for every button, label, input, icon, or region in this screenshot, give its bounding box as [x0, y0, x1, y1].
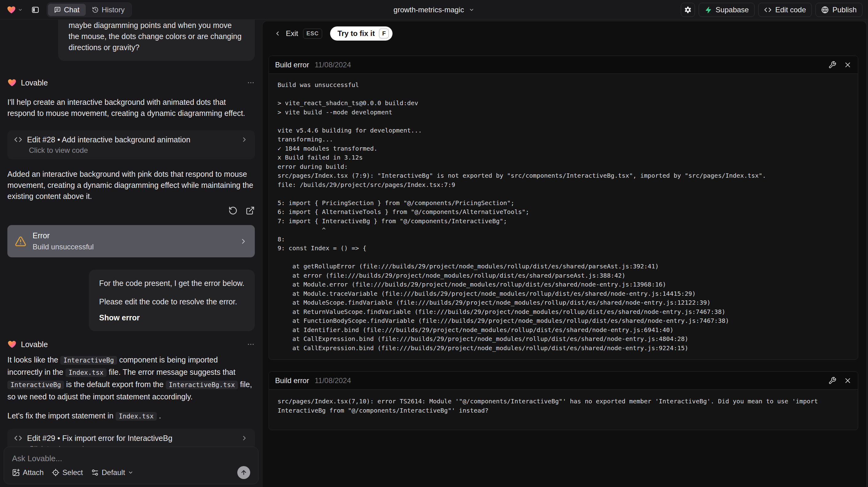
select-icon: [52, 468, 60, 477]
select-button[interactable]: Select: [52, 468, 83, 477]
attach-label: Attach: [23, 468, 44, 477]
settings-button[interactable]: [681, 3, 695, 17]
supabase-button[interactable]: Supabase: [699, 3, 754, 17]
inline-code: InteractiveBg: [60, 356, 117, 365]
assistant-paragraph: Let's fix the import statement in Index.…: [7, 410, 255, 422]
assistant-message-header: Lovable: [7, 340, 255, 349]
wrench-icon: [828, 377, 836, 385]
code-icon: [14, 135, 22, 144]
code-icon: [764, 6, 772, 13]
model-selector[interactable]: Default: [91, 468, 133, 477]
esc-key-badge: ESC: [303, 29, 322, 39]
user-message-text: Please edit the code to resolve the erro…: [99, 296, 245, 307]
chevron-left-icon: [274, 30, 281, 37]
assistant-message-header: Lovable: [7, 78, 255, 87]
code-icon: [14, 434, 22, 442]
build-error-card[interactable]: Error Build unsuccessful: [7, 225, 255, 257]
user-message-text: For the code present, I get the error be…: [99, 278, 245, 289]
project-name: growth-metrics-magic: [394, 5, 464, 14]
more-options-button[interactable]: [247, 340, 255, 348]
warning-icon: [15, 236, 26, 247]
edit-card-29[interactable]: Edit #29 • Fix import error for Interact…: [7, 429, 255, 447]
overlay-header: Exit ESC Try to fix it F: [262, 21, 866, 40]
wrench-icon: [828, 61, 836, 69]
lovable-avatar-icon: [7, 78, 17, 87]
chevron-right-icon: [241, 136, 248, 143]
fix-with-ai-button[interactable]: [828, 377, 836, 385]
exit-button[interactable]: Exit ESC: [274, 29, 322, 39]
error-overlay: Exit ESC Try to fix it F Build error 11/…: [262, 21, 867, 487]
fix-with-ai-button[interactable]: [828, 61, 836, 69]
gear-icon: [684, 6, 692, 14]
tab-chat[interactable]: Chat: [48, 4, 86, 16]
send-icon: [240, 469, 247, 476]
attach-button[interactable]: Attach: [12, 468, 44, 477]
build-error-panel-1: Build error 11/08/2024 Build was un: [269, 56, 858, 360]
chevron-down-icon: [18, 7, 23, 12]
edit-card-subtitle: Click to view code: [29, 445, 248, 447]
panel-date: 11/08/2024: [315, 376, 351, 385]
chat-history-tabs: Chat History: [47, 2, 132, 17]
chat-messages: maybe diagramming points and when you mo…: [0, 20, 262, 447]
open-preview-icon[interactable]: [246, 206, 255, 215]
close-icon: [844, 61, 852, 69]
chat-panel: maybe diagramming points and when you mo…: [0, 20, 262, 487]
restore-icon[interactable]: [228, 206, 238, 215]
chat-bubble-icon: [54, 6, 61, 13]
panel-header: Build error 11/08/2024: [269, 372, 858, 390]
send-button[interactable]: [237, 466, 250, 479]
publish-label: Publish: [832, 5, 857, 14]
project-switcher[interactable]: growth-metrics-magic: [394, 5, 474, 14]
build-error-log: src/pages/Index.tsx(7,10): error TS2614:…: [269, 390, 858, 430]
edit-code-label: Edit code: [775, 5, 806, 14]
edit-card-28[interactable]: Edit #28 • Add interactive background an…: [7, 130, 255, 159]
inline-code: InteractiveBg.tsx: [166, 381, 238, 389]
model-icon: [91, 468, 99, 477]
panel-title: Build error: [275, 376, 309, 385]
lovable-logo-menu[interactable]: [5, 4, 24, 16]
panel-date: 11/08/2024: [315, 61, 351, 69]
sidebar-toggle-button[interactable]: [28, 3, 42, 17]
message-actions: [7, 206, 255, 215]
error-card-subtitle: Build unsuccessful: [33, 243, 94, 251]
edit-card-title: Edit #29 • Fix import error for Interact…: [27, 434, 173, 443]
edit-card-subtitle: Click to view code: [29, 146, 248, 155]
panel-header: Build error 11/08/2024: [269, 56, 858, 74]
inline-code: Index.tsx: [116, 412, 157, 421]
chevron-down-icon: [128, 470, 133, 475]
assistant-name: Lovable: [21, 79, 48, 87]
edit-card-title: Edit #28 • Add interactive background an…: [27, 135, 190, 144]
chevron-right-icon: [240, 237, 247, 245]
publish-button[interactable]: Publish: [815, 3, 863, 17]
close-panel-button[interactable]: [844, 377, 852, 385]
build-error-panel-2: Build error 11/08/2024 src/pages/In: [269, 371, 858, 430]
chat-input[interactable]: [12, 454, 250, 465]
more-options-button[interactable]: [247, 79, 255, 87]
build-error-log: Build was unsuccessful > vite_react_shad…: [269, 74, 858, 359]
edit-code-button[interactable]: Edit code: [758, 3, 812, 17]
f-key-badge: F: [379, 29, 389, 38]
tab-history-label: History: [102, 5, 125, 14]
user-message: For the code present, I get the error be…: [89, 270, 255, 331]
attach-icon: [12, 468, 20, 477]
error-card-title: Error: [33, 231, 94, 240]
chat-input-box: Attach Select Default: [4, 447, 258, 484]
lovable-avatar-icon: [7, 340, 17, 349]
tab-history[interactable]: History: [86, 4, 131, 16]
chevron-right-icon: [241, 434, 248, 442]
topbar: Chat History growth-metrics-magic S: [0, 0, 868, 20]
show-error-link[interactable]: Show error: [99, 312, 245, 323]
sidebar-toggle-icon: [31, 6, 39, 14]
close-panel-button[interactable]: [844, 61, 852, 69]
model-label: Default: [102, 468, 125, 477]
inline-code: InteractiveBg: [7, 381, 64, 389]
chevron-down-icon: [469, 7, 474, 12]
user-message-text: maybe diagramming points and when you mo…: [68, 20, 244, 53]
exit-label: Exit: [286, 29, 298, 38]
try-to-fix-button[interactable]: Try to fix it F: [330, 26, 393, 40]
user-message: maybe diagramming points and when you mo…: [58, 20, 255, 61]
assistant-paragraph: Added an interactive background with pin…: [7, 169, 255, 202]
select-label: Select: [62, 468, 83, 477]
globe-icon: [821, 6, 829, 13]
inline-code: Index.tsx: [65, 368, 107, 377]
